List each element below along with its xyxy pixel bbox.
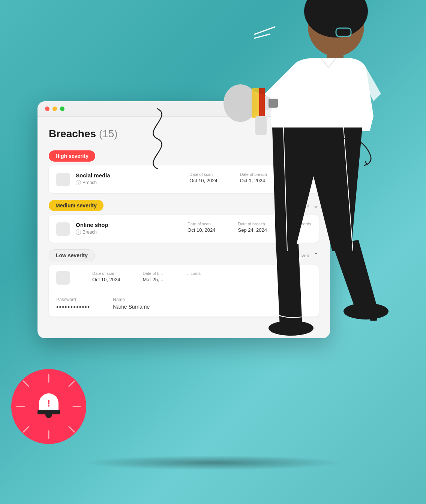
- breach-type-icon: i: [76, 180, 81, 185]
- low-scan-date-label: Date of scan: [92, 271, 120, 276]
- medium-breach-info: Online shop i Breach: [76, 222, 182, 235]
- svg-line-22: [23, 427, 28, 432]
- breach-type-label: Breach: [82, 180, 97, 185]
- svg-line-21: [69, 381, 74, 386]
- name-value: Name Surname: [113, 304, 150, 310]
- svg-rect-7: [370, 309, 377, 321]
- password-field: Password ••••••••••••: [56, 297, 90, 310]
- traffic-light-maximize[interactable]: [60, 106, 64, 111]
- squiggle-decoration: [120, 105, 195, 182]
- medium-severity-badge[interactable]: Medium severity: [49, 200, 104, 211]
- low-breach-date-label: Date of b...: [142, 271, 165, 276]
- low-scan-date-value: Oct 10, 2024: [92, 277, 120, 282]
- low-breach-date: Date of b... Mar 25, ...: [142, 271, 165, 285]
- low-breach-date-value: Mar 25, ...: [142, 277, 165, 282]
- page-title-text: Breaches: [49, 128, 96, 140]
- password-value: ••••••••••••: [56, 304, 90, 310]
- person-figure: [197, 0, 407, 384]
- low-breach-icon: [56, 271, 70, 285]
- svg-line-19: [23, 381, 28, 386]
- social-media-icon: [56, 173, 70, 186]
- high-severity-badge[interactable]: High severity: [49, 150, 95, 162]
- svg-rect-12: [255, 116, 267, 135]
- password-label: Password: [56, 297, 90, 302]
- traffic-light-minimize[interactable]: [52, 106, 57, 111]
- svg-rect-10: [252, 88, 259, 118]
- traffic-light-close[interactable]: [45, 106, 50, 111]
- medium-breach-type-label: Breach: [82, 230, 97, 235]
- alert-bell-icon: !: [38, 393, 60, 420]
- scene-shadow: [82, 455, 344, 470]
- svg-point-5: [268, 321, 314, 336]
- medium-breach-type-icon: i: [76, 230, 81, 235]
- svg-rect-9: [268, 99, 278, 108]
- curved-arrow: [340, 135, 377, 170]
- low-scan-date: Date of scan Oct 10, 2024: [92, 271, 120, 285]
- low-severity-badge[interactable]: Low severity: [49, 249, 95, 261]
- alert-circle: !: [11, 369, 86, 444]
- name-label: Name: [113, 297, 150, 302]
- medium-breach-name: Online shop: [76, 222, 182, 228]
- medium-breach-type: i Breach: [76, 230, 182, 235]
- online-shop-icon: [56, 222, 70, 236]
- svg-rect-11: [259, 88, 265, 118]
- svg-line-20: [69, 427, 74, 432]
- name-field: Name Name Surname: [113, 297, 150, 310]
- breach-count: (15): [99, 128, 118, 140]
- svg-point-6: [344, 303, 388, 320]
